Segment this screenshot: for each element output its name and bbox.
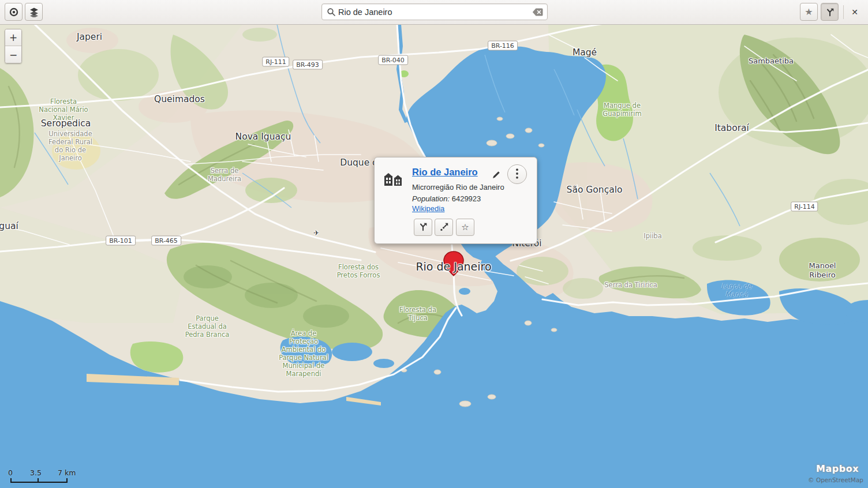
clear-search-icon[interactable] [532,8,543,16]
scale-line [10,478,68,483]
scale-mid: 3.5 [30,468,42,477]
favorite-place-button[interactable]: ☆ [456,219,474,236]
wikipedia-link[interactable]: Wikipedia [412,204,444,213]
scale-midtick [38,478,39,482]
osm-copyright: © OpenStreetMap [808,476,863,483]
target-location-icon [9,7,19,17]
layers-icon [29,7,39,17]
kebab-menu-icon [516,168,518,181]
place-popup: Rio de Janeiro Microrregião Rio de Janei… [374,157,537,244]
population-label: Population: [412,194,450,203]
layers-button[interactable] [25,3,43,21]
zoom-control: + − [5,29,22,63]
route-planner-button[interactable] [821,3,839,21]
population-row: Population: 6429923 [412,194,481,203]
directions-from-place-button[interactable] [435,219,453,236]
header-bar: ★ ✕ [0,0,868,25]
place-subtitle: Microrregião Rio de Janeiro [412,183,504,192]
search-box [321,3,548,20]
zoom-out-button[interactable]: − [5,46,21,63]
more-options-button[interactable] [507,164,527,184]
place-title-link[interactable]: Rio de Janeiro [412,167,478,178]
route-icon [825,7,835,17]
pencil-icon [492,170,501,181]
goto-current-location-button[interactable] [5,3,23,21]
city-buildings-icon [383,171,403,189]
scale-bar: 0 3.5 7 km [5,468,85,483]
itinerary-icon [439,222,449,234]
zoom-in-button[interactable]: + [5,29,21,46]
header-separator [843,5,844,19]
mapbox-wordmark: Mapbox [816,463,859,474]
star-icon: ★ [805,7,813,17]
population-value: 6429923 [452,194,481,203]
map-canvas[interactable] [0,0,868,488]
scale-start: 0 [8,468,13,477]
edit-place-button[interactable] [490,169,503,182]
star-outline-icon: ☆ [461,222,469,232]
close-icon: ✕ [851,7,858,17]
search-icon [327,7,336,17]
route-to-place-button[interactable] [414,219,432,236]
window-close-button[interactable]: ✕ [847,3,863,21]
search-input[interactable] [336,7,532,17]
map-viewport[interactable]: JaperiQueimadosSeropédicaNova IguaçuDuqu… [0,0,868,488]
scale-end: 7 km [58,468,76,477]
favorites-button[interactable]: ★ [800,3,818,21]
route-icon [418,222,428,234]
